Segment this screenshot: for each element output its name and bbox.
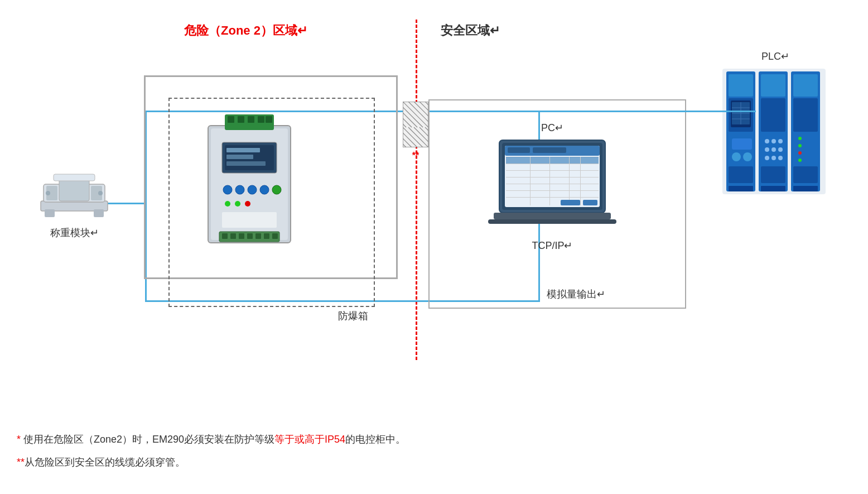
zone-separator [416,20,417,360]
svg-rect-94 [732,138,752,150]
svg-rect-80 [561,200,580,205]
svg-rect-14 [238,116,244,123]
svg-rect-6 [59,179,89,201]
svg-point-102 [765,139,769,143]
instrument-device [194,109,306,256]
svg-rect-86 [729,74,753,97]
svg-rect-36 [247,233,253,239]
svg-rect-76 [531,157,549,164]
svg-rect-71 [530,157,531,205]
svg-rect-78 [570,157,580,164]
svg-rect-111 [761,166,785,183]
note-2: **从危险区到安全区的线缆必须穿管。 [17,454,406,471]
svg-point-106 [771,147,776,152]
svg-rect-69 [506,190,599,191]
svg-point-107 [778,147,783,152]
svg-point-28 [225,201,230,207]
svg-point-25 [248,185,257,194]
svg-rect-77 [550,157,569,164]
weighing-module: 称重模块↵ [38,162,110,239]
note1-text-prefix: 使用在危险区（Zone2）时，EM290必须安装在防护等级 [23,434,274,445]
svg-rect-13 [228,116,234,123]
plc-svg [720,66,831,200]
note1-star: * [17,434,23,445]
analog-output-label: 模拟量输出↵ [547,287,605,301]
barrier-area: ** [403,102,428,161]
diagram-area: 危险（Zone 2）区域↵ 安全区域↵ 防爆箱 [17,11,851,368]
note2-double-star: ** [17,457,25,468]
barrier-svg [403,102,428,147]
svg-rect-112 [761,186,785,191]
svg-rect-98 [729,186,753,191]
svg-point-23 [223,185,232,194]
svg-rect-16 [258,116,264,123]
svg-rect-115 [793,98,818,132]
svg-rect-65 [506,164,599,164]
svg-rect-63 [533,147,566,153]
svg-rect-82 [494,213,611,219]
explosion-box-label: 防爆箱 [338,309,368,323]
svg-point-30 [245,201,250,207]
svg-rect-39 [272,233,278,239]
svg-point-27 [272,185,281,194]
note1-highlight: 等于或高于IP54 [274,434,345,445]
plc-area: PLC↵ [720,50,831,202]
note-1: * 使用在危险区（Zone2）时，EM290必须安装在防护等级等于或高于IP54… [17,431,406,448]
svg-rect-74 [580,157,581,205]
svg-rect-67 [506,177,599,178]
svg-rect-37 [255,233,261,239]
svg-rect-68 [506,184,599,184]
tcp-label: TCP/IP↵ [488,239,616,252]
svg-rect-100 [761,74,785,97]
svg-rect-2 [94,209,104,217]
pc-svg [488,137,616,235]
svg-point-109 [771,156,776,160]
cable-plc [538,111,756,112]
svg-rect-33 [222,233,228,239]
svg-rect-96 [743,152,752,161]
svg-point-116 [798,137,802,140]
svg-point-103 [771,139,776,143]
svg-rect-70 [506,197,599,198]
note1-text-suffix: 的电控柜中。 [345,434,406,445]
svg-rect-75 [506,157,530,164]
svg-rect-38 [264,233,269,239]
pc-label: PC↵ [488,122,616,134]
svg-rect-120 [793,166,818,183]
weighing-module-label: 称重模块↵ [38,226,110,239]
svg-rect-20 [226,148,260,152]
svg-rect-121 [793,186,818,191]
svg-rect-79 [581,157,599,164]
footer-notes: * 使用在危险区（Zone2）时，EM290必须安装在防护等级等于或高于IP54… [17,431,406,477]
barrier-double-star: ** [403,151,428,161]
svg-point-110 [778,156,783,160]
svg-rect-81 [583,200,597,205]
svg-rect-73 [569,157,570,205]
svg-rect-66 [506,170,599,171]
svg-rect-17 [266,116,272,123]
svg-rect-21 [226,155,253,159]
svg-rect-62 [508,147,530,153]
svg-point-117 [798,144,802,147]
pc-area: PC↵ [488,122,616,252]
svg-rect-83 [488,219,616,224]
svg-rect-97 [729,166,753,183]
svg-point-26 [260,185,269,194]
svg-point-29 [235,201,240,207]
svg-rect-35 [239,233,244,239]
svg-rect-22 [226,161,266,166]
danger-zone-label: 危险（Zone 2）区域↵ [184,22,307,39]
svg-rect-34 [230,233,236,239]
svg-point-8 [46,191,50,195]
svg-rect-72 [549,157,550,205]
svg-point-105 [765,147,769,152]
note2-text: 从危险区到安全区的线缆必须穿管。 [25,457,185,468]
svg-point-119 [798,159,802,162]
svg-rect-7 [54,174,95,181]
safe-zone-label: 安全区域↵ [441,22,500,39]
plc-label: PLC↵ [720,50,831,63]
svg-point-24 [235,185,244,194]
svg-rect-101 [761,98,785,132]
svg-point-118 [798,151,802,155]
svg-point-108 [765,156,769,160]
